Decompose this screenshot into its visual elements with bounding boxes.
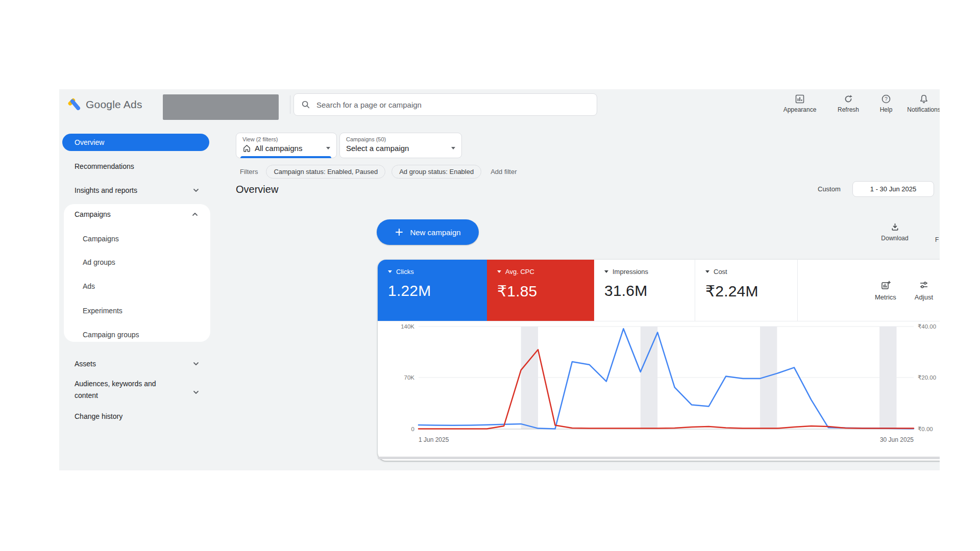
sidebar-item-label: Recommendations (75, 162, 134, 170)
adjust-button[interactable]: Adjust (915, 280, 933, 301)
right-axis-tick: ₹20.00 (918, 374, 936, 381)
sidebar-item-assets[interactable]: Assets (59, 358, 210, 370)
overview-chart-card: Clicks 1.22M Avg. CPC ₹1.85 (378, 260, 940, 461)
campaign-select-dropdown[interactable]: Campaigns (50) Select a campaign (339, 133, 462, 158)
svg-text:?: ? (885, 96, 888, 102)
sidebar-subitem-ad-groups[interactable]: Ad groups (64, 256, 210, 268)
sidebar-item-recommendations[interactable]: Recommendations (59, 160, 210, 172)
add-filter-button[interactable]: Add filter (491, 168, 517, 176)
sidebar-nav: Overview Recommendations Insights and re… (59, 120, 210, 470)
download-icon (890, 222, 900, 232)
scorecard-label: Avg. CPC (505, 268, 534, 276)
scorecard-cost[interactable]: Cost ₹2.24M (695, 260, 797, 321)
download-button[interactable]: Download (874, 222, 915, 242)
campaign-dropdown-label: Campaigns (50) (346, 136, 455, 142)
chevron-down-icon (326, 147, 330, 149)
account-info-redacted (163, 94, 279, 120)
sidebar-item-label: Campaigns (83, 235, 119, 243)
sidebar-subitem-experiments[interactable]: Experiments (64, 305, 210, 317)
adjust-label: Adjust (915, 293, 933, 301)
left-axis-tick: 140K (401, 323, 414, 330)
refresh-icon (843, 94, 853, 104)
clipped-control-label[interactable]: F (935, 236, 939, 243)
view-dropdown-value: All campaigns (255, 144, 302, 153)
appearance-button[interactable]: Appearance (777, 94, 823, 113)
scorecard-value: 31.6M (604, 282, 695, 299)
header-divider (290, 95, 290, 114)
view-dropdown-label: View (2 filters) (242, 136, 330, 142)
metrics-button[interactable]: Metrics (875, 280, 896, 301)
search-input[interactable] (315, 100, 590, 110)
notifications-button[interactable]: Notifications (901, 94, 940, 113)
chevron-down-icon (451, 147, 455, 149)
campaigns-section-card: Campaigns Campaigns Ad groups Ads Experi… (64, 204, 210, 342)
sidebar-item-label: Change history (75, 412, 122, 420)
search-icon (301, 100, 310, 109)
plus-icon (395, 228, 404, 237)
right-axis-tick: ₹40.00 (918, 323, 936, 330)
campaign-dropdown-value: Select a campaign (346, 144, 409, 153)
view-filter-dropdown[interactable]: View (2 filters) All campaigns (236, 133, 337, 158)
dropdown-triangle-icon (604, 270, 608, 273)
metrics-label: Metrics (875, 293, 896, 301)
x-axis-start-label: 1 Jun 2025 (419, 436, 449, 443)
sidebar-item-overview[interactable]: Overview (62, 134, 209, 151)
sidebar-item-insights-and-reports[interactable]: Insights and reports (59, 184, 210, 196)
clicks-line (419, 329, 914, 429)
sidebar-subitem-campaigns[interactable]: Campaigns (64, 233, 210, 245)
filter-chip-ad-group-status[interactable]: Ad group status: Enabled (391, 165, 481, 179)
scorecard-label: Clicks (396, 268, 414, 276)
chevron-down-icon (193, 390, 199, 394)
chevron-up-icon (192, 212, 198, 216)
scorecard-label: Cost (714, 268, 727, 276)
dropdown-triangle-icon (497, 270, 501, 273)
scorecard-value: ₹2.24M (705, 282, 797, 300)
scorecard-row: Clicks 1.22M Avg. CPC ₹1.85 (378, 260, 940, 321)
new-campaign-label: New campaign (410, 228, 460, 237)
scorecard-avg-cpc[interactable]: Avg. CPC ₹1.85 (487, 260, 594, 321)
page-title: Overview (236, 184, 278, 195)
adjust-icon (919, 280, 929, 290)
filter-chip-campaign-status[interactable]: Campaign status: Enabled, Paused (266, 165, 385, 179)
date-range-value: 1 - 30 Jun 2025 (870, 185, 916, 193)
sidebar-subitem-ads[interactable]: Ads (64, 280, 210, 292)
left-axis-tick: 70K (404, 374, 415, 381)
page-background: Google Ads Appearance (0, 0, 980, 551)
google-ads-logo[interactable]: Google Ads (67, 89, 142, 120)
search-bar[interactable] (293, 93, 597, 116)
sidebar-item-campaigns[interactable]: Campaigns (64, 208, 210, 220)
horizontal-scrollbar[interactable] (378, 457, 940, 459)
sidebar-item-audiences-keywords-content[interactable]: Audiences, keywords and content (59, 378, 210, 403)
x-axis-end-label: 30 Jun 2025 (880, 436, 914, 443)
sidebar-item-label: Campaign groups (83, 331, 139, 339)
sidebar-item-label: Experiments (83, 307, 122, 315)
main-content: View (2 filters) All campaigns Campaigns… (210, 120, 940, 470)
metrics-icon (880, 280, 891, 290)
appearance-chart-icon (795, 94, 805, 104)
left-axis-tick: 0 (411, 426, 414, 432)
chevron-down-icon (193, 188, 199, 192)
sidebar-item-label: Campaigns (75, 210, 111, 218)
action-label: Refresh (838, 106, 859, 113)
chart-series-lines (419, 329, 914, 429)
sidebar-item-label: Assets (75, 360, 96, 368)
scorecard-impressions[interactable]: Impressions 31.6M (594, 260, 695, 321)
sidebar-item-change-history[interactable]: Change history (59, 410, 210, 422)
scorecard-clicks[interactable]: Clicks 1.22M (378, 260, 487, 321)
dropdown-triangle-icon (705, 270, 709, 273)
right-axis-tick: ₹0.00 (918, 426, 933, 432)
date-range-picker[interactable]: 1 - 30 Jun 2025 (852, 181, 934, 197)
chart-controls: Metrics Adjust (797, 260, 940, 321)
new-campaign-button[interactable]: New campaign (377, 219, 479, 245)
dropdown-triangle-icon (388, 270, 392, 273)
action-label: Help (880, 106, 893, 113)
help-icon: ? (881, 94, 891, 104)
action-label: Notifications (907, 106, 940, 113)
sidebar-subitem-campaign-groups[interactable]: Campaign groups (64, 329, 210, 341)
google-ads-logo-icon (67, 98, 81, 111)
chevron-down-icon (193, 362, 199, 366)
date-mode-label: Custom (818, 185, 841, 193)
sidebar-item-label: Ads (83, 282, 95, 290)
sidebar-item-label: Insights and reports (75, 186, 137, 194)
sidebar-item-label: Ad groups (83, 258, 115, 266)
